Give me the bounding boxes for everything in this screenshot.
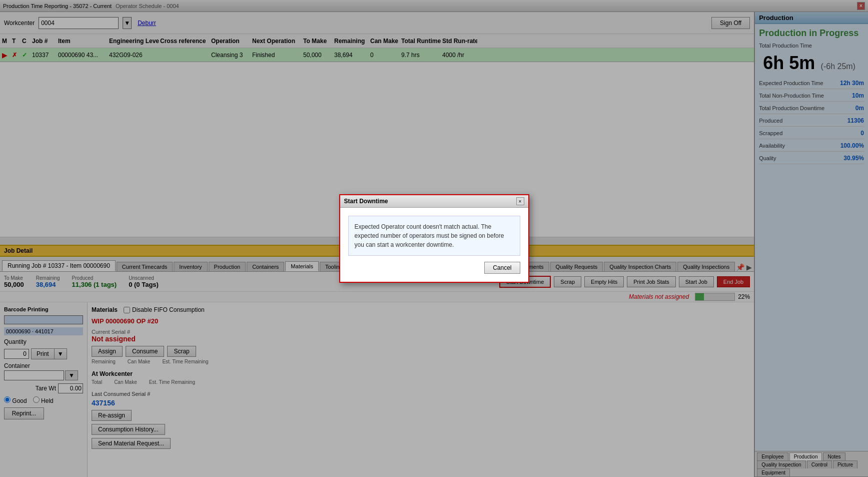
modal-title-bar: Start Downtime × bbox=[340, 195, 528, 208]
modal-overlay[interactable]: Start Downtime × Expected Operator count… bbox=[0, 0, 868, 477]
modal-buttons: Cancel bbox=[348, 262, 520, 274]
modal-message: Expected Operator count doesn't match ac… bbox=[348, 216, 520, 256]
modal-cancel-button[interactable]: Cancel bbox=[484, 262, 520, 274]
modal-close-button[interactable]: × bbox=[516, 197, 524, 205]
modal-title: Start Downtime bbox=[344, 198, 388, 205]
start-downtime-modal: Start Downtime × Expected Operator count… bbox=[339, 194, 529, 283]
modal-body: Expected Operator count doesn't match ac… bbox=[340, 208, 528, 282]
